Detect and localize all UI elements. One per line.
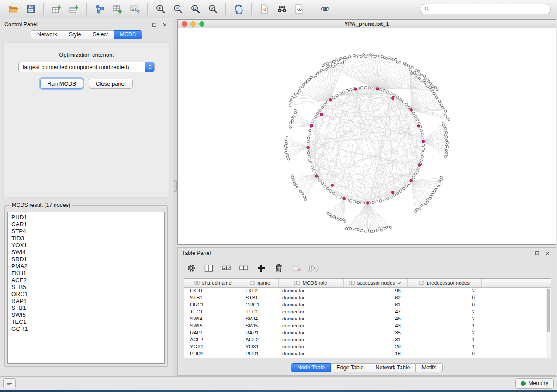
- add-row-icon[interactable]: [255, 262, 268, 274]
- mcds-node-item[interactable]: GCR1: [11, 326, 164, 333]
- cell-mcds-role[interactable]: dominator: [278, 315, 343, 322]
- cell-successor-nodes[interactable]: 96: [343, 287, 407, 294]
- float-panel-icon[interactable]: [151, 21, 158, 28]
- zoom-selected-icon[interactable]: [204, 2, 221, 16]
- select-all-icon[interactable]: [220, 262, 233, 274]
- show-panels-button[interactable]: [3, 378, 16, 388]
- mcds-node-item[interactable]: CAR1: [11, 221, 164, 228]
- cell-mcds-role[interactable]: dominator: [278, 301, 343, 308]
- tab-edge-table[interactable]: Edge Table: [331, 363, 370, 372]
- column-selector-icon[interactable]: [202, 262, 215, 274]
- mcds-node-item[interactable]: STB1: [11, 305, 164, 312]
- cell-predecessor-nodes[interactable]: 1: [407, 343, 481, 350]
- mcds-node-item[interactable]: SWI5: [11, 312, 164, 319]
- cell-mcds-role[interactable]: connector: [278, 336, 343, 343]
- cell-successor-nodes[interactable]: 43: [343, 322, 407, 329]
- delete-row-icon[interactable]: [272, 262, 285, 274]
- cell-name[interactable]: SWI4: [242, 315, 278, 322]
- search-input[interactable]: [432, 6, 547, 12]
- mcds-result-list[interactable]: PHD1CAR1STP4TID3YOX1SWI4SRD1PMA2FKH1ACE2…: [7, 212, 165, 364]
- import-network-file-icon[interactable]: [48, 2, 65, 16]
- cell-name[interactable]: ORC1: [242, 301, 278, 308]
- mcds-node-item[interactable]: TEC1: [11, 319, 164, 326]
- cell-shared-name[interactable]: FKH1: [184, 287, 242, 294]
- mcds-node-item[interactable]: PMA2: [11, 263, 164, 270]
- deselect-all-icon[interactable]: [237, 262, 250, 274]
- cell-predecessor-nodes[interactable]: 0: [407, 294, 481, 301]
- save-session-icon[interactable]: [22, 2, 39, 16]
- criterion-dropdown[interactable]: largest connected component (undirected): [18, 62, 155, 72]
- tab-motifs[interactable]: Motifs: [416, 363, 442, 372]
- new-network-icon[interactable]: [91, 2, 108, 16]
- cell-successor-nodes[interactable]: 61: [343, 301, 407, 308]
- close-panel-button[interactable]: Close panel: [89, 79, 133, 89]
- zoom-window-button[interactable]: [199, 21, 204, 27]
- share-document-icon[interactable]: [256, 2, 273, 16]
- mcds-node-item[interactable]: FKH1: [11, 270, 164, 277]
- cell-shared-name[interactable]: TEC1: [184, 308, 242, 315]
- cell-shared-name[interactable]: PHD1: [184, 350, 242, 357]
- mcds-node-item[interactable]: TID3: [11, 235, 164, 242]
- tab-select[interactable]: Select: [87, 30, 114, 39]
- mcds-node-item[interactable]: PHD1: [11, 214, 164, 221]
- cell-predecessor-nodes[interactable]: 1: [407, 322, 481, 329]
- show-graphics-details-icon[interactable]: [291, 2, 308, 16]
- mcds-node-item[interactable]: RAP1: [11, 298, 164, 305]
- run-mcds-button[interactable]: Run MCDS: [40, 79, 83, 89]
- panel-splitter[interactable]: [173, 19, 177, 376]
- close-window-button[interactable]: [182, 21, 187, 27]
- apply-layout-icon[interactable]: [230, 2, 247, 16]
- cell-name[interactable]: TEC1: [242, 308, 278, 315]
- cell-shared-name[interactable]: SWI4: [184, 315, 242, 322]
- table-row[interactable]: FKH1FKH1dominator962: [184, 287, 551, 294]
- close-panel-icon[interactable]: [161, 21, 169, 28]
- cell-shared-name[interactable]: STB1: [184, 294, 242, 301]
- cell-shared-name[interactable]: ACE2: [184, 336, 242, 343]
- cell-predecessor-nodes[interactable]: 2: [407, 308, 481, 315]
- tab-node-table[interactable]: Node Table: [291, 363, 331, 372]
- cell-name[interactable]: STB1: [242, 294, 278, 301]
- column-header-name[interactable]: name: [242, 279, 278, 287]
- cell-mcds-role[interactable]: dominator: [278, 294, 343, 301]
- mcds-node-item[interactable]: STP4: [11, 228, 164, 235]
- table-row[interactable]: SWI5SWI5connector431: [184, 322, 551, 329]
- zoom-fit-icon[interactable]: [187, 2, 204, 16]
- mcds-node-item[interactable]: ACE2: [11, 277, 164, 284]
- cell-mcds-role[interactable]: connector: [278, 322, 343, 329]
- toggle-graphics-icon[interactable]: [316, 2, 334, 16]
- cell-name[interactable]: ACE2: [242, 336, 278, 343]
- tab-mcds[interactable]: MCDS: [114, 30, 142, 39]
- cell-mcds-role[interactable]: connector: [278, 308, 343, 315]
- memory-button[interactable]: Memory: [515, 378, 554, 389]
- table-row[interactable]: ORC1ORC1dominator610: [184, 301, 551, 308]
- tab-network-table[interactable]: Network Table: [370, 363, 416, 372]
- table-row[interactable]: YOX1YOX1connector291: [184, 343, 551, 350]
- table-row[interactable]: TEC1TEC1connector472: [184, 308, 551, 315]
- mcds-node-item[interactable]: YOX1: [11, 242, 164, 249]
- splitter-handle[interactable]: [174, 180, 177, 192]
- cell-mcds-role[interactable]: dominator: [278, 350, 343, 357]
- cell-predecessor-nodes[interactable]: 1: [407, 336, 481, 343]
- cell-mcds-role[interactable]: dominator: [278, 287, 343, 294]
- cell-name[interactable]: PHD1: [242, 350, 278, 357]
- mcds-node-item[interactable]: STB5: [11, 284, 164, 291]
- find-icon[interactable]: [273, 2, 291, 16]
- minimize-window-button[interactable]: [190, 21, 196, 27]
- column-header-mcds-role[interactable]: MCDS role: [278, 279, 343, 287]
- column-header-predecessor-nodes[interactable]: predecessor nodes: [407, 279, 481, 287]
- mcds-node-item[interactable]: SWI4: [11, 249, 164, 256]
- cell-name[interactable]: RAP1: [242, 329, 278, 336]
- function-builder-icon[interactable]: f(x): [307, 262, 320, 274]
- cell-predecessor-nodes[interactable]: 0: [407, 301, 481, 308]
- cell-predecessor-nodes[interactable]: 2: [407, 287, 481, 294]
- column-header-successor-nodes[interactable]: successor nodes: [343, 279, 407, 287]
- network-graph[interactable]: [178, 28, 556, 244]
- cell-shared-name[interactable]: RAP1: [184, 329, 242, 336]
- network-canvas[interactable]: [178, 28, 556, 244]
- zoom-in-icon[interactable]: [152, 2, 169, 16]
- cell-mcds-role[interactable]: connector: [278, 343, 343, 350]
- cell-successor-nodes[interactable]: 47: [343, 308, 407, 315]
- settings-icon[interactable]: [185, 262, 198, 274]
- cell-successor-nodes[interactable]: 29: [343, 343, 407, 350]
- table-row[interactable]: RAP1RAP1dominator352: [184, 329, 551, 336]
